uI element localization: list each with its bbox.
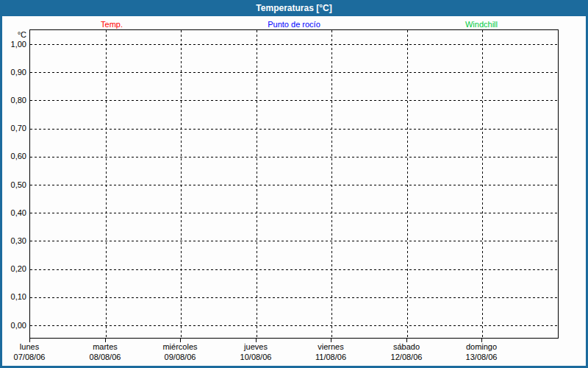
legend-item-temp: Temp. [101,20,123,29]
y-tick-label: 0,90 [0,68,26,77]
y-gridline [30,213,558,213]
x-tick-day: lunes [14,342,46,352]
legend-item-dew-point: Punto de rocío [268,20,320,29]
title-bar: Temperaturas [°C] [0,0,588,16]
y-gridline [30,269,558,270]
y-gridline [30,100,558,101]
x-tick-day: viernes [315,342,346,352]
weather-chart-window: Temperaturas [°C] Temp. Punto de rocío W… [0,0,588,368]
x-tick-date: 07/08/06 [14,352,46,362]
y-gridline [30,44,558,45]
x-tick-date: 12/08/06 [391,352,423,362]
x-tick-label: sábado12/08/06 [391,342,423,362]
x-tick-label: viernes11/08/06 [315,342,346,362]
y-tick-label: 0,40 [0,208,26,218]
x-gridline [181,30,182,338]
y-axis-unit-label: °C [0,30,26,39]
chart-title: Temperaturas [°C] [256,3,331,13]
x-tick-label: miércoles09/08/06 [162,342,197,362]
y-tick-label: 0,20 [0,264,26,274]
y-gridline [30,129,558,130]
y-gridline [30,297,558,298]
x-tick-date: 10/08/06 [240,352,272,362]
x-tick-day: jueves [240,342,272,352]
x-tick-day: martes [90,342,121,352]
y-tick-label: 0,30 [0,236,26,246]
y-gridline [30,241,558,241]
y-tick-label: 0,60 [0,152,26,161]
x-tick-date: 09/08/06 [162,352,197,362]
x-tick-day: sábado [391,342,423,352]
y-gridline [30,325,558,326]
x-tick-label: domingo13/08/06 [466,342,498,362]
x-tick-label: jueves10/08/06 [240,342,272,362]
x-tick-label: lunes07/08/06 [14,342,46,362]
x-tick-date: 08/08/06 [90,352,121,362]
x-tick-date: 13/08/06 [466,352,498,362]
y-gridline [30,157,558,158]
x-gridline [482,30,483,338]
x-gridline [106,30,107,338]
y-gridline [30,185,558,185]
y-tick-label: 0,00 [0,321,26,330]
legend-item-windchill: Windchill [465,20,498,29]
y-tick-label: 0,50 [0,180,26,190]
x-tick-label: martes08/08/06 [90,342,121,362]
x-tick-date: 11/08/06 [315,352,346,362]
x-tick-day: miércoles [162,342,197,352]
x-gridline [407,30,408,338]
y-tick-label: 1,00 [0,40,26,49]
x-tick-day: domingo [466,342,498,352]
y-gridline [30,72,558,73]
x-gridline [257,30,257,338]
y-tick-label: 0,80 [0,96,26,105]
y-tick-label: 0,10 [0,292,26,302]
plot-area [29,29,559,339]
y-tick-label: 0,70 [0,124,26,133]
x-gridline [331,30,332,338]
